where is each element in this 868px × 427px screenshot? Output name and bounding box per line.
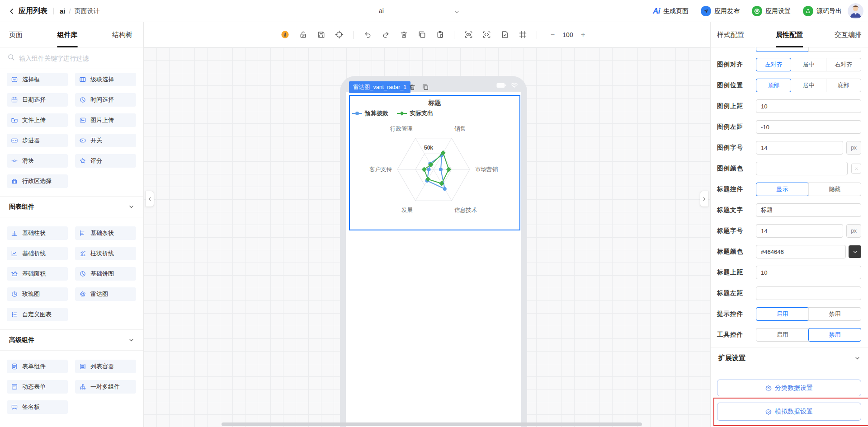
section-header[interactable]: 高级组件 [0,329,143,351]
legend-left-offset-input[interactable]: -10 [756,120,861,134]
option-启用[interactable]: 启用 [756,328,808,341]
panel-collapse-left-handle[interactable] [146,191,154,207]
component-item-custom-chart[interactable]: 自定义图表 [7,308,68,321]
search-input[interactable] [19,55,136,62]
clear-color-button[interactable] [851,164,861,174]
field-label: 图例颜色 [717,164,756,173]
back-chevron-icon[interactable] [8,8,15,15]
paste-icon[interactable] [434,29,446,41]
option-底部[interactable]: 底部 [826,79,861,92]
component-item-rate[interactable]: 评分 [75,154,136,168]
target-icon[interactable] [333,29,345,41]
panel-collapse-right-handle[interactable] [700,191,708,207]
design-canvas[interactable]: 雷达图_vant_radar_1 标题 预算拨款实际支出 行政管理销售市场营销信… [144,47,710,427]
mock-data-settings-button[interactable]: 模拟数据设置 [717,403,861,421]
back-to-app-list[interactable]: 应用列表 [19,6,47,16]
chevron-down-icon[interactable] [128,204,134,210]
title-color-input[interactable]: #464646 [756,245,846,258]
redo-icon[interactable] [380,29,392,41]
config-tab-样式配置[interactable]: 样式配置 [717,22,744,47]
config-tab-交互编排[interactable]: 交互编排 [835,22,862,47]
color-swatch-button[interactable] [849,245,861,258]
component-item-date-picker[interactable]: 日期选择 [7,93,68,107]
option-隐藏[interactable]: 隐藏 [808,183,861,196]
trash-icon[interactable] [398,29,410,41]
option-1[interactable] [808,47,861,52]
component-item-stepper[interactable]: 步进器 [7,134,68,147]
undo-icon[interactable] [362,29,373,41]
app-settings-button[interactable]: 应用设置 [752,6,791,16]
code-export-button[interactable]: 源码导出 [803,6,842,16]
component-item-basic-pie[interactable]: 基础饼图 [75,267,136,281]
component-item-switch[interactable]: 开关 [75,134,136,147]
category-data-settings-button[interactable]: 分类数据设置 [717,380,861,396]
sidebar-tab-组件库[interactable]: 组件库 [57,22,78,47]
artboard-icon[interactable] [517,29,528,41]
component-name-tag[interactable]: 雷达图_vant_radar_1 [349,81,410,93]
preview-icon[interactable] [462,29,474,41]
component-item-cascader[interactable]: 级联选择 [75,73,136,86]
component-delete-icon[interactable] [409,84,416,91]
option-右对齐[interactable]: 右对齐 [826,58,861,71]
component-item-one-to-many[interactable]: 一对多组件 [75,380,136,394]
doc-check-icon[interactable] [499,29,510,41]
option-居中[interactable]: 居中 [791,58,826,71]
app-publish-button[interactable]: 应用发布 [701,6,740,16]
component-item-signature-pad[interactable]: 签名板 [7,400,68,414]
component-item-basic-area[interactable]: 基础面积 [7,267,68,281]
generate-page-button[interactable]: Ai生成页面 [653,7,689,16]
component-item-dynamic-form[interactable]: 动态表单 [7,380,68,394]
component-item-file-upload[interactable]: 文件上传 [7,113,68,127]
chevron-down-icon[interactable] [128,337,134,343]
component-item-list-container[interactable]: 列表容器 [75,360,136,373]
code-view-icon[interactable] [481,29,492,41]
save-icon[interactable] [315,29,327,41]
option-顶部[interactable]: 顶部 [756,79,791,92]
page-selector-value[interactable]: ai [379,0,384,22]
title-left-offset-input[interactable] [756,286,861,300]
option-禁用[interactable]: 禁用 [808,308,861,320]
info-icon[interactable]: i [279,29,291,41]
component-item-form-component[interactable]: 表单组件 [7,360,68,373]
component-item-image-upload[interactable]: 图片上传 [75,113,136,127]
zoom-out-button[interactable]: − [548,31,557,39]
component-item-basic-hbar[interactable]: 基础条状 [75,226,136,240]
toolbar-divider [454,31,454,39]
sidebar-tab-页面[interactable]: 页面 [9,22,23,47]
legend-top-offset-input[interactable]: 10 [756,99,861,113]
config-tab-属性配置[interactable]: 属性配置 [776,22,803,47]
title-top-offset-input[interactable]: 10 [756,266,861,279]
zoom-in-button[interactable]: + [579,31,587,39]
legend-color-input[interactable] [756,162,848,175]
title-font-size-input[interactable]: 14 [756,224,843,238]
sidebar-tab-结构树[interactable]: 结构树 [112,22,132,47]
component-item-slider[interactable]: 滑块 [7,154,68,168]
option-禁用[interactable]: 禁用 [808,328,861,341]
legend-font-size-input[interactable]: 14 [756,141,843,155]
component-item-basic-bar[interactable]: 基础柱状 [7,226,68,240]
horizontal-scrollbar[interactable] [222,422,642,426]
component-item-select-box[interactable]: 选择框 [7,73,68,86]
option-居中[interactable]: 居中 [791,79,826,92]
chevron-down-icon[interactable] [454,9,460,17]
option-显示[interactable]: 显示 [756,183,808,196]
section-header[interactable]: 图表组件 [0,196,143,217]
option-左对齐[interactable]: 左对齐 [756,58,791,71]
option-0[interactable] [756,47,808,52]
avatar[interactable] [848,3,863,19]
component-item-district-picker[interactable]: 行政区选择 [7,174,68,188]
copy-icon[interactable] [416,29,428,41]
component-copy-icon[interactable] [422,84,429,91]
title-text-input[interactable]: 标题 [756,203,861,217]
radar-chart-component[interactable]: 标题 预算拨款实际支出 行政管理销售市场营销信息技术发展客户支持50k0 [349,95,520,230]
paper-plane-icon [701,6,711,16]
unlock-icon[interactable] [297,29,309,41]
component-item-radar-chart[interactable]: 雷达图 [75,287,136,301]
component-item-time-picker[interactable]: 时间选择 [75,93,136,107]
chevron-down-icon[interactable] [854,355,860,361]
component-item-basic-line[interactable]: 基础折线 [7,247,68,260]
component-item-rose-chart[interactable]: 玫瑰图 [7,287,68,301]
option-启用[interactable]: 启用 [756,308,808,320]
component-item-bar-line[interactable]: 柱状折线 [75,247,136,260]
config-row-title-font-size: 标题字号14px [717,221,861,241]
